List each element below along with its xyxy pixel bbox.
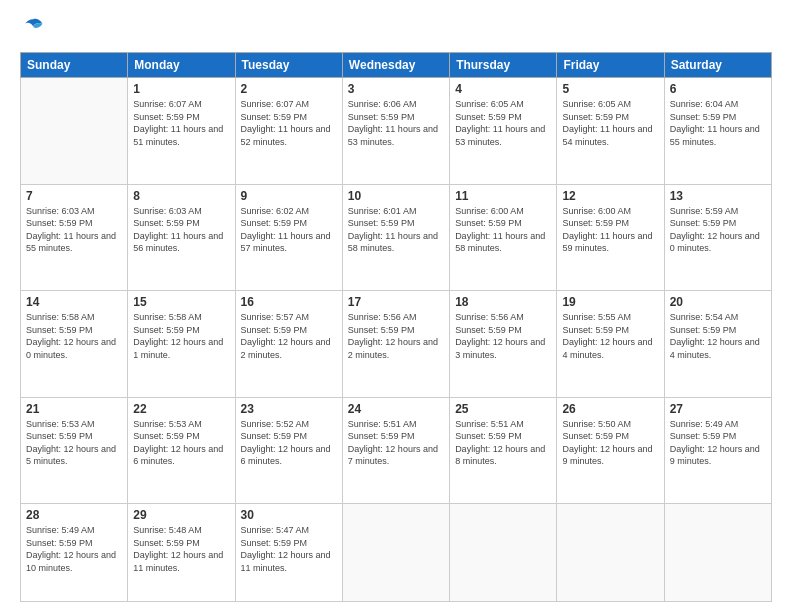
sunrise-text: Sunrise: 6:04 AM [670, 98, 766, 111]
sunrise-text: Sunrise: 6:07 AM [241, 98, 337, 111]
day-info: Sunrise: 6:07 AMSunset: 5:59 PMDaylight:… [133, 98, 229, 148]
calendar-week-row: 14Sunrise: 5:58 AMSunset: 5:59 PMDayligh… [21, 291, 772, 398]
daylight-text: Daylight: 12 hours and 1 minute. [133, 336, 229, 361]
sunset-text: Sunset: 5:59 PM [26, 217, 122, 230]
weekday-header: Friday [557, 53, 664, 78]
daylight-text: Daylight: 11 hours and 56 minutes. [133, 230, 229, 255]
sunrise-text: Sunrise: 5:53 AM [133, 418, 229, 431]
day-info: Sunrise: 6:07 AMSunset: 5:59 PMDaylight:… [241, 98, 337, 148]
calendar-week-row: 21Sunrise: 5:53 AMSunset: 5:59 PMDayligh… [21, 397, 772, 504]
calendar-cell: 12Sunrise: 6:00 AMSunset: 5:59 PMDayligh… [557, 184, 664, 291]
calendar-cell: 14Sunrise: 5:58 AMSunset: 5:59 PMDayligh… [21, 291, 128, 398]
sunset-text: Sunset: 5:59 PM [562, 111, 658, 124]
sunrise-text: Sunrise: 5:52 AM [241, 418, 337, 431]
sunrise-text: Sunrise: 6:01 AM [348, 205, 444, 218]
sunset-text: Sunset: 5:59 PM [133, 111, 229, 124]
day-number: 7 [26, 189, 122, 203]
day-info: Sunrise: 5:53 AMSunset: 5:59 PMDaylight:… [26, 418, 122, 468]
day-info: Sunrise: 5:49 AMSunset: 5:59 PMDaylight:… [670, 418, 766, 468]
sunrise-text: Sunrise: 5:58 AM [133, 311, 229, 324]
sunset-text: Sunset: 5:59 PM [133, 430, 229, 443]
calendar-cell: 10Sunrise: 6:01 AMSunset: 5:59 PMDayligh… [342, 184, 449, 291]
daylight-text: Daylight: 12 hours and 0 minutes. [26, 336, 122, 361]
day-number: 24 [348, 402, 444, 416]
sunset-text: Sunset: 5:59 PM [670, 430, 766, 443]
day-info: Sunrise: 5:51 AMSunset: 5:59 PMDaylight:… [348, 418, 444, 468]
day-info: Sunrise: 5:47 AMSunset: 5:59 PMDaylight:… [241, 524, 337, 574]
sunset-text: Sunset: 5:59 PM [241, 430, 337, 443]
sunrise-text: Sunrise: 5:57 AM [241, 311, 337, 324]
calendar-cell [664, 504, 771, 602]
day-number: 28 [26, 508, 122, 522]
day-number: 29 [133, 508, 229, 522]
daylight-text: Daylight: 12 hours and 4 minutes. [562, 336, 658, 361]
day-number: 18 [455, 295, 551, 309]
page: SundayMondayTuesdayWednesdayThursdayFrid… [0, 0, 792, 612]
sunrise-text: Sunrise: 6:06 AM [348, 98, 444, 111]
sunset-text: Sunset: 5:59 PM [241, 217, 337, 230]
calendar-cell [342, 504, 449, 602]
calendar-cell: 25Sunrise: 5:51 AMSunset: 5:59 PMDayligh… [450, 397, 557, 504]
day-info: Sunrise: 5:56 AMSunset: 5:59 PMDaylight:… [348, 311, 444, 361]
sunrise-text: Sunrise: 5:56 AM [348, 311, 444, 324]
day-info: Sunrise: 6:01 AMSunset: 5:59 PMDaylight:… [348, 205, 444, 255]
sunrise-text: Sunrise: 5:48 AM [133, 524, 229, 537]
day-number: 17 [348, 295, 444, 309]
daylight-text: Daylight: 12 hours and 7 minutes. [348, 443, 444, 468]
calendar-week-row: 1Sunrise: 6:07 AMSunset: 5:59 PMDaylight… [21, 78, 772, 185]
sunrise-text: Sunrise: 5:49 AM [26, 524, 122, 537]
sunrise-text: Sunrise: 6:07 AM [133, 98, 229, 111]
day-info: Sunrise: 5:58 AMSunset: 5:59 PMDaylight:… [26, 311, 122, 361]
day-number: 3 [348, 82, 444, 96]
calendar-cell: 19Sunrise: 5:55 AMSunset: 5:59 PMDayligh… [557, 291, 664, 398]
calendar-cell: 24Sunrise: 5:51 AMSunset: 5:59 PMDayligh… [342, 397, 449, 504]
day-info: Sunrise: 6:02 AMSunset: 5:59 PMDaylight:… [241, 205, 337, 255]
day-info: Sunrise: 5:59 AMSunset: 5:59 PMDaylight:… [670, 205, 766, 255]
calendar-cell [21, 78, 128, 185]
calendar-cell: 16Sunrise: 5:57 AMSunset: 5:59 PMDayligh… [235, 291, 342, 398]
day-number: 2 [241, 82, 337, 96]
calendar-cell: 8Sunrise: 6:03 AMSunset: 5:59 PMDaylight… [128, 184, 235, 291]
sunset-text: Sunset: 5:59 PM [348, 217, 444, 230]
weekday-header: Thursday [450, 53, 557, 78]
calendar-cell: 15Sunrise: 5:58 AMSunset: 5:59 PMDayligh… [128, 291, 235, 398]
calendar-cell: 9Sunrise: 6:02 AMSunset: 5:59 PMDaylight… [235, 184, 342, 291]
calendar-cell: 27Sunrise: 5:49 AMSunset: 5:59 PMDayligh… [664, 397, 771, 504]
sunset-text: Sunset: 5:59 PM [241, 537, 337, 550]
day-number: 21 [26, 402, 122, 416]
day-number: 25 [455, 402, 551, 416]
sunset-text: Sunset: 5:59 PM [455, 324, 551, 337]
daylight-text: Daylight: 11 hours and 54 minutes. [562, 123, 658, 148]
calendar-cell: 29Sunrise: 5:48 AMSunset: 5:59 PMDayligh… [128, 504, 235, 602]
daylight-text: Daylight: 11 hours and 55 minutes. [26, 230, 122, 255]
weekday-header: Monday [128, 53, 235, 78]
sunrise-text: Sunrise: 5:54 AM [670, 311, 766, 324]
calendar-cell: 21Sunrise: 5:53 AMSunset: 5:59 PMDayligh… [21, 397, 128, 504]
weekday-header: Tuesday [235, 53, 342, 78]
day-info: Sunrise: 5:49 AMSunset: 5:59 PMDaylight:… [26, 524, 122, 574]
daylight-text: Daylight: 12 hours and 2 minutes. [348, 336, 444, 361]
sunset-text: Sunset: 5:59 PM [26, 537, 122, 550]
day-number: 15 [133, 295, 229, 309]
daylight-text: Daylight: 12 hours and 6 minutes. [133, 443, 229, 468]
calendar-cell: 13Sunrise: 5:59 AMSunset: 5:59 PMDayligh… [664, 184, 771, 291]
day-info: Sunrise: 5:58 AMSunset: 5:59 PMDaylight:… [133, 311, 229, 361]
sunset-text: Sunset: 5:59 PM [562, 430, 658, 443]
daylight-text: Daylight: 12 hours and 9 minutes. [562, 443, 658, 468]
sunset-text: Sunset: 5:59 PM [455, 430, 551, 443]
day-info: Sunrise: 5:50 AMSunset: 5:59 PMDaylight:… [562, 418, 658, 468]
day-number: 1 [133, 82, 229, 96]
day-info: Sunrise: 5:52 AMSunset: 5:59 PMDaylight:… [241, 418, 337, 468]
daylight-text: Daylight: 12 hours and 2 minutes. [241, 336, 337, 361]
daylight-text: Daylight: 12 hours and 11 minutes. [241, 549, 337, 574]
day-number: 19 [562, 295, 658, 309]
sunrise-text: Sunrise: 5:56 AM [455, 311, 551, 324]
day-number: 30 [241, 508, 337, 522]
day-number: 11 [455, 189, 551, 203]
sunrise-text: Sunrise: 6:00 AM [562, 205, 658, 218]
sunrise-text: Sunrise: 5:59 AM [670, 205, 766, 218]
sunset-text: Sunset: 5:59 PM [133, 324, 229, 337]
sunrise-text: Sunrise: 6:05 AM [455, 98, 551, 111]
day-number: 20 [670, 295, 766, 309]
day-info: Sunrise: 5:57 AMSunset: 5:59 PMDaylight:… [241, 311, 337, 361]
